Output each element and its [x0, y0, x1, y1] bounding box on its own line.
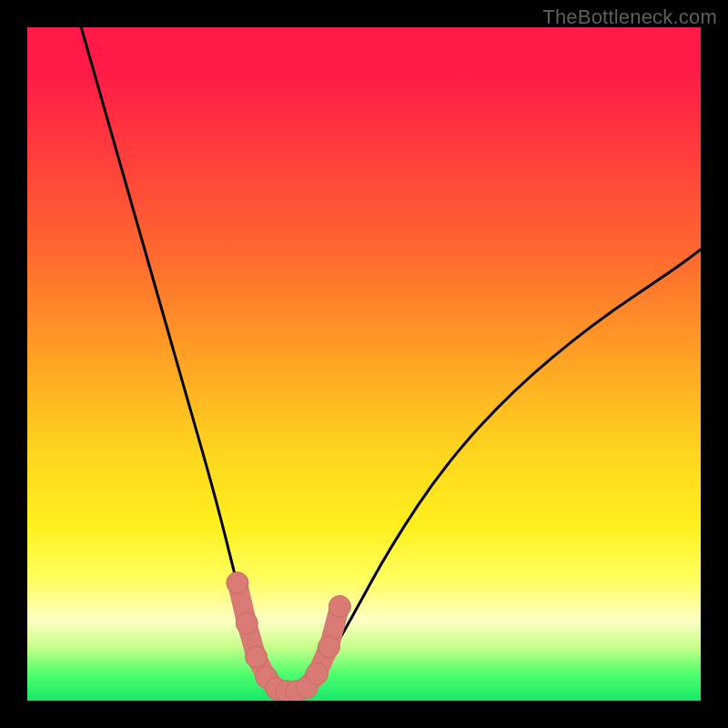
watermark-text: TheBottleneck.com: [542, 5, 717, 29]
marker-dot: [318, 636, 340, 658]
marker-dot: [306, 662, 328, 684]
marker-dot: [227, 572, 248, 594]
chart-frame: TheBottleneck.com: [0, 0, 728, 728]
plot-area: [27, 27, 701, 701]
marker-dot: [246, 646, 268, 668]
marker-dot: [329, 595, 350, 617]
marker-group: [227, 572, 350, 702]
chart-svg: [27, 27, 701, 701]
bottleneck-curve: [81, 27, 701, 691]
curve-path: [81, 27, 701, 691]
marker-dot: [236, 612, 258, 634]
